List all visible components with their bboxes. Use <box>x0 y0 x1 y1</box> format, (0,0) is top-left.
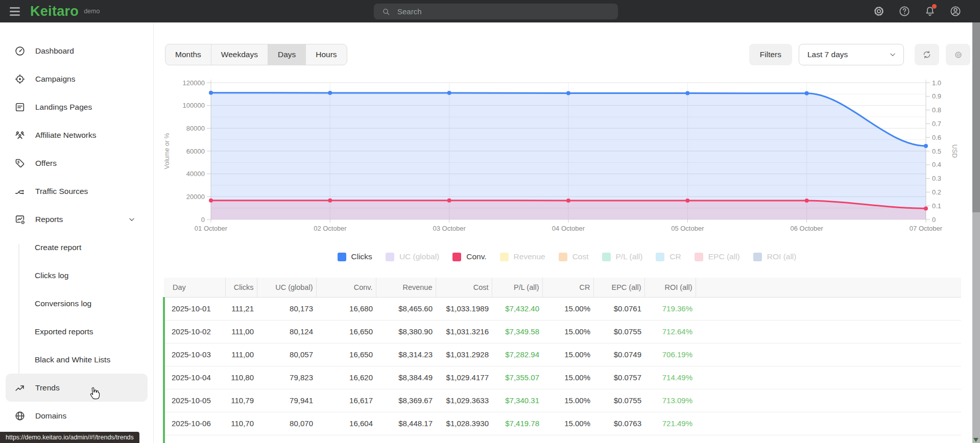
scrollbar-thumb[interactable] <box>972 22 980 212</box>
legend-item-p-l-all-[interactable]: P/L (all) <box>602 252 643 261</box>
cell-roi-all-: 714.49% <box>644 366 696 389</box>
date-range-select[interactable]: Last 7 days <box>799 44 904 65</box>
sidebar-item-clicks-log[interactable]: Clicks log <box>6 261 148 289</box>
settings-icon[interactable] <box>873 5 885 17</box>
tab-weekdays[interactable]: Weekdays <box>211 44 268 65</box>
sidebar-item-create-report[interactable]: Create report <box>6 233 148 261</box>
column-header-clicks[interactable]: Clicks <box>225 278 257 297</box>
cell-clicks: 110,80 <box>225 366 257 389</box>
help-icon[interactable] <box>898 5 911 17</box>
date-range-value: Last 7 days <box>807 50 848 59</box>
cell-p-l-all-: $7,419.78 <box>492 412 542 435</box>
cell-revenue: $8,448.17 <box>376 412 436 435</box>
legend-item-cost[interactable]: Cost <box>559 252 589 261</box>
page-scrollbar[interactable] <box>972 22 980 443</box>
cell-day: 2025-10-03 <box>164 343 225 366</box>
svg-text:120000: 120000 <box>183 79 205 87</box>
column-header-cr[interactable]: CR <box>542 278 593 297</box>
column-header-conv-[interactable]: Conv. <box>316 278 376 297</box>
table-row: 2025-10-02111,0080,12416,650$8,380.90$1,… <box>164 320 961 343</box>
tab-months[interactable]: Months <box>165 44 211 65</box>
cell-epc-all-: $0.0755 <box>593 320 644 343</box>
cell-uc-global-: 79,941 <box>257 389 316 412</box>
topbar: Keitaro demo Search <box>0 0 980 22</box>
sidebar-item-trends[interactable]: Trends <box>6 374 148 402</box>
notifications-icon[interactable] <box>924 5 936 17</box>
column-header-cost[interactable]: Cost <box>436 278 492 297</box>
sidebar-item-label: Traffic Sources <box>35 187 88 196</box>
landing-page-icon <box>14 102 26 113</box>
cell-cost: $1,028.3930 <box>436 412 492 435</box>
legend-swatch <box>602 253 611 261</box>
cell-epc-all-: $0.0763 <box>593 412 644 435</box>
cell-cost: $1,029.3633 <box>436 389 492 412</box>
sidebar-item-landings-pages[interactable]: Landings Pages <box>6 93 148 121</box>
svg-text:USD: USD <box>951 144 958 158</box>
column-header-roi-all-[interactable]: ROI (all) <box>644 278 696 297</box>
cell-day: 2025-10-04 <box>164 366 225 389</box>
sidebar-item-conversions-log[interactable]: Conversions log <box>6 289 148 317</box>
column-header-revenue[interactable]: Revenue <box>376 278 436 297</box>
cell-epc-all-: $0.0757 <box>593 366 644 389</box>
svg-text:100000: 100000 <box>183 102 205 109</box>
chart-settings-button[interactable] <box>946 44 970 65</box>
svg-text:20000: 20000 <box>186 193 205 201</box>
cell-conv-: 16,680 <box>316 297 376 320</box>
legend-item-clicks[interactable]: Clicks <box>338 252 372 261</box>
legend-item-revenue[interactable]: Revenue <box>500 252 545 261</box>
cell-cost: $1,031.2928 <box>436 343 492 366</box>
cell-cost: $597.2330 <box>436 435 492 443</box>
table-row: 2025-10-06110,7080,07016,604$8,448.17$1,… <box>164 412 961 435</box>
svg-text:0.9: 0.9 <box>932 92 941 100</box>
legend-label: Revenue <box>514 252 545 261</box>
cell-day: 2025-10-05 <box>164 389 225 412</box>
sidebar-item-label: Reports <box>35 215 63 224</box>
cell-clicks: 111,21 <box>225 297 257 320</box>
legend-item-uc-global-[interactable]: UC (global) <box>386 252 439 261</box>
scrollbar-arrow[interactable] <box>973 438 978 442</box>
column-header-uc-global-[interactable]: UC (global) <box>257 278 316 297</box>
gear-icon <box>954 51 963 59</box>
account-icon[interactable] <box>949 5 962 17</box>
app-logo[interactable]: Keitaro <box>30 4 79 19</box>
cell-cr: 15.00% <box>542 297 593 320</box>
svg-text:0.1: 0.1 <box>932 202 941 210</box>
sidebar: DashboardCampaignsLandings PagesAffiliat… <box>0 22 154 443</box>
chevron-down-icon <box>888 50 897 59</box>
sidebar-item-reports[interactable]: Reports <box>6 205 148 233</box>
tab-days[interactable]: Days <box>268 44 306 65</box>
sidebar-item-traffic-sources[interactable]: Traffic Sources <box>6 177 148 205</box>
cell-filler <box>696 366 961 389</box>
column-header-filler <box>696 278 961 297</box>
column-header-epc-all-[interactable]: EPC (all) <box>593 278 644 297</box>
legend-item-conv-[interactable]: Conv. <box>452 252 486 261</box>
column-header-day[interactable]: Day <box>164 278 225 297</box>
column-header-p-l-all-[interactable]: P/L (all) <box>492 278 542 297</box>
svg-text:06 October: 06 October <box>791 225 824 232</box>
refresh-button[interactable] <box>915 44 939 65</box>
legend-swatch <box>338 253 346 261</box>
sidebar-item-affiliate-networks[interactable]: Affiliate Networks <box>6 121 148 149</box>
sidebar-item-black-and-white-lists[interactable]: Black and White Lists <box>6 346 148 374</box>
legend-swatch <box>386 253 394 261</box>
legend-item-roi-all-[interactable]: ROI (all) <box>753 252 797 261</box>
menu-icon[interactable] <box>10 7 20 16</box>
svg-text:0.6: 0.6 <box>932 134 941 141</box>
sidebar-item-label: Dashboard <box>35 46 74 56</box>
sidebar-item-offers[interactable]: $Offers <box>6 149 148 177</box>
tab-hours[interactable]: Hours <box>306 44 346 65</box>
search-input[interactable]: Search <box>374 4 618 19</box>
svg-text:0.3: 0.3 <box>932 175 941 182</box>
sidebar-item-campaigns[interactable]: Campaigns <box>6 65 148 93</box>
cell-cr: 15.00% <box>542 412 593 435</box>
trends-chart[interactable]: 01 October02 October03 October04 October… <box>154 75 980 248</box>
main-content: MonthsWeekdaysDaysHours Filters Last 7 d… <box>154 22 980 443</box>
sidebar-item-domains[interactable]: Domains <box>6 402 148 430</box>
sidebar-item-exported-reports[interactable]: Exported reports <box>6 317 148 346</box>
legend-item-epc-all-[interactable]: EPC (all) <box>695 252 740 261</box>
sidebar-item-label: Offers <box>35 159 57 168</box>
sidebar-item-dashboard[interactable]: Dashboard <box>6 37 148 65</box>
filters-button[interactable]: Filters <box>749 44 792 65</box>
cell-p-l-all-: $7,432.40 <box>492 297 542 320</box>
legend-item-cr[interactable]: CR <box>656 252 681 261</box>
